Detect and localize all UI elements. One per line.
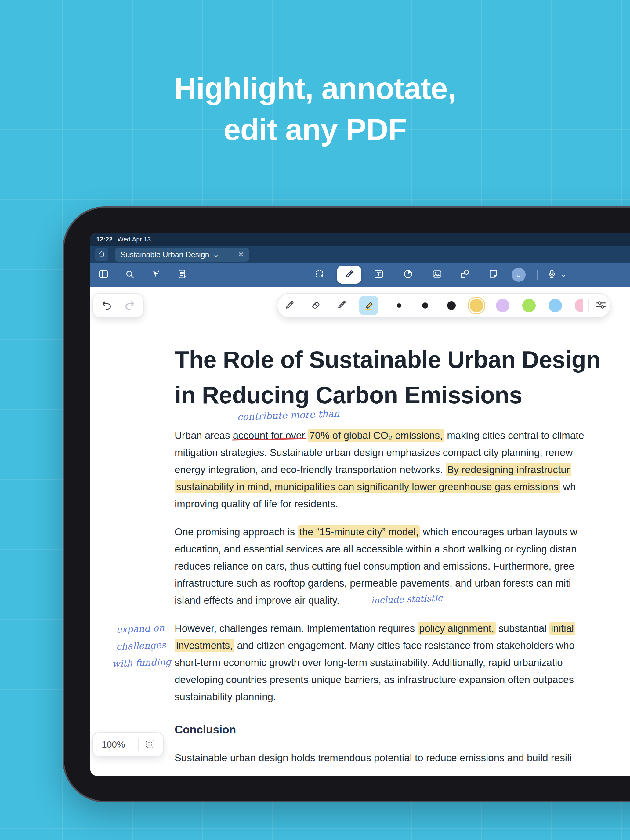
highlighted-text[interactable]: policy alignment,	[418, 622, 496, 635]
page-grid-icon	[144, 738, 156, 751]
text-segment: However, challenges remain. Implementati…	[175, 623, 418, 634]
highlighter-tool-button-active[interactable]	[359, 296, 378, 315]
eraser-icon	[310, 299, 322, 312]
eraser-tool-button[interactable]	[309, 298, 323, 313]
doc-line: reduces reliance on cars, thus cutting f…	[175, 558, 578, 575]
zoom-level[interactable]: 100%	[102, 739, 125, 750]
chevron-down-icon: ⌄	[515, 270, 522, 279]
hero-heading-line2: edit any PDF	[0, 109, 630, 150]
zoom-control: 100%	[93, 732, 164, 757]
text-tool-button[interactable]	[372, 268, 385, 281]
color-swatch-pink	[575, 299, 583, 312]
hero-heading-line1: Highlight, annotate,	[0, 68, 630, 109]
text-segment: One promising approach is	[175, 526, 298, 537]
text-segment: education, and essential services are al…	[175, 543, 576, 554]
page-grid-button[interactable]	[144, 738, 157, 751]
color-swatch-yellow-selected[interactable]	[470, 299, 483, 312]
stroke-size-large-button[interactable]	[446, 298, 457, 313]
highlighted-text[interactable]: initial	[549, 622, 575, 635]
text-segment: challenges	[116, 639, 166, 652]
image-icon	[432, 268, 442, 281]
highlighter-icon	[363, 299, 375, 312]
text-segment: The Role of Sustainable Urban Design	[175, 346, 600, 373]
doc-line: However, challenges remain. Implementati…	[175, 620, 575, 637]
tab-bar: Sustainable Urban Design ⌄ ✕	[90, 246, 630, 263]
undo-icon	[101, 299, 113, 312]
text-segment: improving quality of life for residents.	[175, 498, 338, 510]
document-icon	[177, 268, 188, 281]
tab-title: Sustainable Urban Design	[120, 250, 209, 259]
status-date: Wed Apr 13	[117, 236, 151, 243]
timer-tool-button[interactable]	[401, 268, 415, 281]
document-title: The Role of Sustainable Urban Designin R…	[175, 342, 600, 413]
text-segment: developing countries presents unique bar…	[175, 674, 574, 685]
pie-timer-icon	[403, 268, 414, 281]
insert-image-button[interactable]	[430, 268, 444, 281]
small-dot-icon	[397, 303, 401, 308]
text-segment	[305, 430, 308, 441]
color-swatch-blue[interactable]	[548, 299, 562, 312]
fineliner-pen-icon	[335, 299, 348, 312]
sticky-note-button[interactable]	[486, 268, 500, 281]
pen-tool-button-active[interactable]	[337, 266, 362, 284]
document-tools-button[interactable]	[175, 268, 189, 281]
microphone-icon	[546, 268, 557, 281]
home-button[interactable]	[95, 248, 108, 261]
search-icon	[124, 268, 135, 281]
text-segment: Urban areas	[175, 430, 233, 441]
highlighted-text[interactable]: the “15-minute city” model,	[298, 525, 420, 538]
shapes-tool-button[interactable]	[458, 268, 472, 281]
shapes-icon	[459, 268, 471, 281]
stroke-size-small-button[interactable]	[393, 298, 404, 313]
tab-chevron-down-icon[interactable]: ⌄	[213, 251, 219, 257]
highlighted-text[interactable]: 70% of global CO₂ emissions,	[308, 429, 444, 442]
paragraph-3: However, challenges remain. Implementati…	[175, 620, 575, 706]
highlighted-text[interactable]: investments,	[175, 639, 234, 652]
highlighted-text[interactable]: By redesigning infrastructur	[446, 463, 572, 476]
text-segment: sustainability planning.	[175, 691, 276, 702]
tablet-device-frame: 12:22 Wed Apr 13 Sustainable Urban Desig…	[63, 206, 630, 802]
pill-divider	[588, 300, 589, 312]
text-segment: in Reducing Carbon Emissions	[175, 382, 522, 408]
handwritten-margin-note[interactable]: expand onchallengeswith funding	[105, 619, 177, 673]
tab-sustainable-urban-design[interactable]: Sustainable Urban Design ⌄ ✕	[115, 248, 249, 262]
color-swatch-purple[interactable]	[496, 299, 510, 312]
sidebar-toggle-button[interactable]	[97, 268, 110, 281]
doc-line: expand on	[105, 619, 176, 639]
color-swatch-green[interactable]	[522, 299, 536, 312]
redo-button[interactable]	[123, 299, 136, 312]
doc-line: investments, and citizen engagement. Man…	[175, 637, 575, 654]
doc-line: The Role of Sustainable Urban Design	[175, 342, 600, 377]
redo-icon	[123, 299, 136, 312]
doc-line: in Reducing Carbon Emissions	[175, 377, 600, 413]
fineliner-tool-button[interactable]	[334, 298, 349, 313]
ballpoint-pen-tool-button[interactable]	[282, 298, 297, 313]
lasso-select-button[interactable]	[313, 268, 327, 281]
tab-close-icon[interactable]: ✕	[238, 251, 244, 259]
doc-line: challenges	[106, 636, 177, 656]
text-segment: expand on	[116, 622, 164, 635]
more-tools-button[interactable]: ⌄	[512, 268, 526, 282]
home-icon	[98, 250, 106, 259]
closing-line: Sustainable urban design holds tremendou…	[175, 752, 572, 764]
text-segment: short-term economic growth over long-ter…	[175, 657, 563, 668]
stroke-settings-button[interactable]	[594, 298, 608, 313]
medium-dot-icon	[422, 303, 428, 309]
zoom-divider	[138, 738, 139, 751]
smart-select-button[interactable]	[149, 268, 163, 281]
struck-text[interactable]: account for over	[233, 430, 305, 441]
large-dot-icon	[447, 301, 456, 310]
color-swatch-pink-clipped[interactable]	[575, 299, 583, 312]
undo-redo-pill	[93, 293, 144, 318]
doc-line: mitigation strategies. Sustainable urban…	[175, 444, 584, 461]
voice-dictation-button[interactable]	[545, 268, 559, 281]
search-button[interactable]	[123, 268, 136, 281]
doc-line: short-term economic growth over long-ter…	[175, 654, 575, 671]
undo-button[interactable]	[100, 299, 114, 312]
voice-chevron-down-icon[interactable]: ⌄	[561, 268, 566, 281]
text-segment: with funding	[112, 657, 171, 669]
text-segment: and citizen engagement. Many cities face…	[234, 640, 575, 651]
text-segment: infrastructure such as rooftop gardens, …	[175, 578, 571, 589]
stroke-size-medium-button[interactable]	[420, 298, 431, 313]
highlighted-text[interactable]: sustainability in mind, municipalities c…	[175, 480, 560, 493]
